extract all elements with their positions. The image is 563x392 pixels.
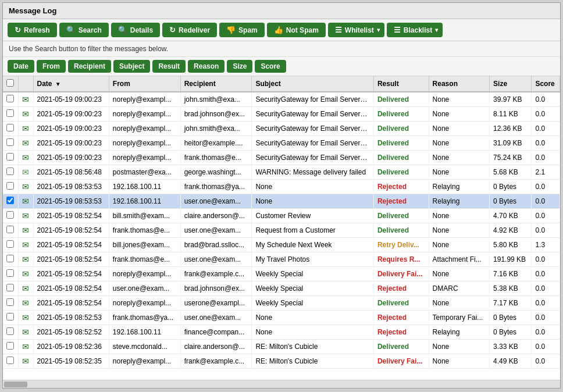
- col-recipient[interactable]: Recipient: [180, 76, 252, 92]
- filter-reason-button[interactable]: Reason: [188, 60, 225, 73]
- col-reason[interactable]: Reason: [429, 76, 489, 92]
- row-checkbox[interactable]: [6, 168, 14, 175]
- horizontal-scrollbar[interactable]: [3, 380, 560, 388]
- filter-result-button[interactable]: Result: [152, 60, 186, 73]
- row-checkbox-cell[interactable]: [3, 209, 18, 223]
- row-checkbox[interactable]: [6, 153, 14, 161]
- row-icon-cell: ✉: [18, 252, 33, 267]
- row-checkbox-cell[interactable]: [3, 165, 18, 180]
- row-icon-cell: ✉: [18, 267, 33, 281]
- row-checkbox[interactable]: [6, 109, 14, 117]
- row-checkbox-cell[interactable]: [3, 325, 18, 340]
- col-result[interactable]: Result: [373, 76, 429, 92]
- select-all-checkbox[interactable]: [6, 79, 14, 87]
- row-checkbox-cell[interactable]: [3, 151, 18, 165]
- row-recipient: george.washingt...: [180, 165, 252, 180]
- table-row[interactable]: ✉2021-05-19 09:00:23noreply@exampl...joh…: [3, 122, 560, 136]
- table-row[interactable]: ✉2021-05-19 09:00:23noreply@exampl...joh…: [3, 92, 560, 107]
- row-date: 2021-05-19 08:52:53: [33, 311, 109, 325]
- row-checkbox[interactable]: [6, 357, 14, 364]
- row-checkbox-cell[interactable]: [3, 122, 18, 136]
- not-spam-button[interactable]: 👍 Not Spam: [267, 23, 326, 37]
- row-checkbox[interactable]: [6, 211, 14, 219]
- row-checkbox-cell[interactable]: [3, 107, 18, 122]
- search-button[interactable]: 🔍 Search: [59, 23, 109, 37]
- table-row[interactable]: ✉2021-05-19 08:56:48postmaster@exa...geo…: [3, 165, 560, 180]
- col-size[interactable]: Size: [490, 76, 532, 92]
- row-icon-cell: ✉: [18, 194, 33, 209]
- table-row[interactable]: ✉2021-05-19 08:52:54frank.thomas@e...use…: [3, 252, 560, 267]
- row-checkbox[interactable]: [6, 240, 14, 248]
- table-row[interactable]: ✉2021-05-19 08:53:53192.168.100.11user.o…: [3, 194, 560, 209]
- filter-recipient-button[interactable]: Recipient: [68, 60, 111, 73]
- table-row[interactable]: ✉2021-05-19 08:52:54bill.jones@exam...br…: [3, 238, 560, 252]
- row-checkbox-cell[interactable]: [3, 238, 18, 252]
- row-reason: Relaying: [429, 325, 489, 340]
- row-checkbox-cell[interactable]: [3, 296, 18, 311]
- row-checkbox[interactable]: [6, 327, 14, 335]
- whitelist-button[interactable]: ☰ Whitelist ▾: [328, 23, 384, 37]
- table-row[interactable]: ✉2021-05-19 08:53:53192.168.100.11frank.…: [3, 180, 560, 194]
- table-row[interactable]: ✉2021-05-19 08:52:54noreply@exampl...fra…: [3, 267, 560, 281]
- row-checkbox-cell[interactable]: [3, 223, 18, 238]
- row-checkbox-cell[interactable]: [3, 354, 18, 369]
- table-row[interactable]: ✉2021-05-19 08:52:35noreply@exampl...fra…: [3, 354, 560, 369]
- row-checkbox[interactable]: [6, 226, 14, 233]
- row-checkbox[interactable]: [6, 342, 14, 350]
- row-subject: RE: Milton's Cubicle: [252, 354, 374, 369]
- filter-from-button[interactable]: From: [37, 60, 66, 73]
- row-checkbox[interactable]: [6, 95, 14, 102]
- row-checkbox[interactable]: [6, 269, 14, 277]
- col-date[interactable]: Date ▼: [33, 76, 109, 92]
- row-checkbox[interactable]: [6, 255, 14, 262]
- row-checkbox-cell[interactable]: [3, 136, 18, 151]
- table-row[interactable]: ✉2021-05-19 08:52:54frank.thomas@e...use…: [3, 223, 560, 238]
- table-row[interactable]: ✉2021-05-19 09:00:23noreply@exampl...bra…: [3, 107, 560, 122]
- row-checkbox-cell[interactable]: [3, 311, 18, 325]
- row-checkbox-cell[interactable]: [3, 194, 18, 209]
- row-checkbox[interactable]: [6, 298, 14, 306]
- filter-size-button[interactable]: Size: [227, 60, 252, 73]
- row-result: Delivered: [373, 209, 429, 223]
- row-checkbox[interactable]: [6, 124, 14, 131]
- table-row[interactable]: ✉2021-05-19 08:52:52192.168.100.11financ…: [3, 325, 560, 340]
- filter-score-button[interactable]: Score: [255, 60, 286, 73]
- row-size: 7.16 KB: [490, 267, 532, 281]
- table-row[interactable]: ✉2021-05-19 08:52:53frank.thomas@ya...us…: [3, 311, 560, 325]
- table-row[interactable]: ✉2021-05-19 08:52:54noreply@exampl...use…: [3, 296, 560, 311]
- row-checkbox-cell[interactable]: [3, 92, 18, 107]
- row-checkbox-cell[interactable]: [3, 281, 18, 296]
- redeliver-icon: ↻: [169, 26, 176, 34]
- row-reason: None: [429, 209, 489, 223]
- details-button[interactable]: 🔍 Details: [111, 23, 160, 37]
- table-row[interactable]: ✉2021-05-19 08:52:54bill.smith@exam...cl…: [3, 209, 560, 223]
- scrollbar-thumb[interactable]: [4, 382, 27, 387]
- row-checkbox[interactable]: [6, 138, 14, 146]
- row-checkbox[interactable]: [6, 197, 14, 204]
- table-row[interactable]: ✉2021-05-19 09:00:23noreply@exampl...fra…: [3, 151, 560, 165]
- refresh-button[interactable]: ↻ Refresh: [8, 23, 57, 37]
- row-checkbox[interactable]: [6, 182, 14, 190]
- filter-subject-button[interactable]: Subject: [113, 60, 150, 73]
- row-checkbox[interactable]: [6, 313, 14, 320]
- col-subject[interactable]: Subject: [252, 76, 374, 92]
- row-checkbox-cell[interactable]: [3, 267, 18, 281]
- table-row[interactable]: ✉2021-05-19 08:52:36steve.mcdonald...cla…: [3, 340, 560, 354]
- row-date: 2021-05-19 08:52:54: [33, 238, 109, 252]
- col-score[interactable]: Score: [532, 76, 560, 92]
- filter-date-button[interactable]: Date: [8, 60, 34, 73]
- table-row[interactable]: ✉2021-05-19 09:00:23noreply@exampl...hei…: [3, 136, 560, 151]
- row-checkbox[interactable]: [6, 284, 14, 291]
- row-size: 12.36 KB: [490, 122, 532, 136]
- table-row[interactable]: ✉2021-05-19 08:52:54user.one@exam...brad…: [3, 281, 560, 296]
- row-score: 0.0: [532, 209, 560, 223]
- row-checkbox-cell[interactable]: [3, 252, 18, 267]
- col-from[interactable]: From: [109, 76, 180, 92]
- blacklist-button[interactable]: ☰ Blacklist ▾: [387, 23, 443, 37]
- row-checkbox-cell[interactable]: [3, 340, 18, 354]
- spam-button[interactable]: 👎 Spam: [219, 23, 265, 37]
- row-score: 0.0: [532, 107, 560, 122]
- col-checkbox[interactable]: [3, 76, 18, 92]
- row-checkbox-cell[interactable]: [3, 180, 18, 194]
- redeliver-button[interactable]: ↻ Redeliver: [162, 23, 217, 37]
